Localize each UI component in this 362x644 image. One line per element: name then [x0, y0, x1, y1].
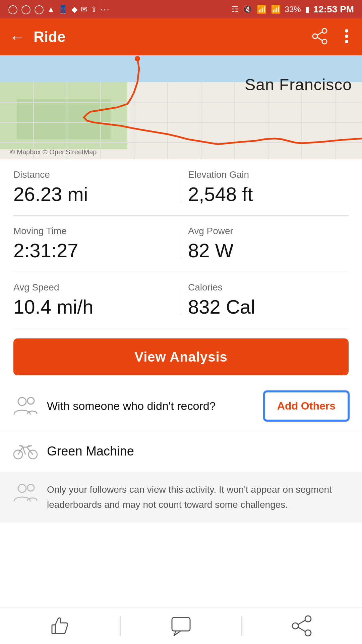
svg-point-6: [345, 35, 348, 38]
bike-section: Green Machine: [0, 430, 362, 472]
share-icon[interactable]: [311, 28, 328, 46]
svg-point-5: [345, 29, 348, 33]
comment-button[interactable]: [121, 607, 241, 644]
stats-row-1: Distance 26.23 mi Elevation Gain 2,548 f…: [13, 159, 349, 216]
stat-divider-3: [181, 285, 181, 315]
battery-icon: ▮: [305, 5, 309, 14]
svg-rect-37: [52, 625, 55, 634]
stat-calories: Calories 832 Cal: [188, 282, 349, 318]
map-attribution: © Mapbox © OpenStreetMap: [10, 148, 97, 156]
svg-point-1: [322, 39, 327, 44]
signal-icon: 📶: [271, 5, 281, 14]
stats-section: Distance 26.23 mi Elevation Gain 2,548 f…: [0, 159, 362, 328]
stats-row-2: Moving Time 2:31:27 Avg Power 82 W: [13, 216, 349, 272]
svg-rect-11: [17, 99, 111, 139]
svg-point-2: [313, 34, 317, 39]
bottom-spacer: [0, 523, 362, 566]
svg-point-7: [345, 40, 348, 43]
moving-time-label: Moving Time: [13, 226, 174, 236]
distance-label: Distance: [13, 169, 174, 180]
stat-avg-speed: Avg Speed 10.4 mi/h: [13, 282, 174, 318]
add-others-button[interactable]: Add Others: [264, 391, 349, 421]
followers-icon: [13, 482, 38, 504]
svg-point-27: [27, 397, 34, 404]
svg-line-4: [317, 37, 322, 41]
battery-percent: 33%: [285, 5, 301, 14]
status-bar: ◯ ◯ ◯ ▲ 👖 ◆ ✉ ⇧ ··· ☶ 🔇 📶 📶 33% ▮ 12:53 …: [0, 0, 362, 18]
ellipsis-icon: ···: [100, 4, 110, 15]
bluetooth-icon: ☶: [231, 5, 239, 14]
facebook-icon-3: ◯: [34, 4, 44, 14]
bag-icon: 👖: [58, 5, 68, 14]
toolbar: ← Ride: [0, 18, 362, 55]
toolbar-actions: [311, 28, 353, 46]
share-button[interactable]: [242, 607, 362, 644]
map-city-label: San Francisco: [245, 75, 352, 94]
stats-row-3: Avg Speed 10.4 mi/h Calories 832 Cal: [13, 272, 349, 328]
like-button[interactable]: [0, 607, 120, 644]
wifi-icon: 📶: [257, 5, 267, 14]
stat-avg-power: Avg Power 82 W: [188, 226, 349, 262]
mute-icon: 🔇: [243, 5, 253, 14]
svg-point-0: [322, 29, 327, 33]
analysis-section: View Analysis: [0, 328, 362, 382]
svg-point-40: [305, 630, 311, 636]
svg-point-36: [27, 484, 34, 491]
bottom-nav: [0, 607, 362, 644]
add-others-prompt: With someone who didn't record?: [47, 398, 255, 414]
arrow-icon: ⇧: [91, 5, 97, 14]
people-icon: [13, 395, 38, 417]
bike-name: Green Machine: [47, 444, 134, 459]
stat-divider-1: [181, 172, 181, 203]
avg-speed-value: 10.4 mi/h: [13, 296, 174, 318]
svg-point-41: [292, 623, 298, 629]
privacy-section: Only your followers can view this activi…: [0, 472, 362, 523]
avg-speed-label: Avg Speed: [13, 282, 174, 293]
svg-line-43: [298, 627, 305, 632]
view-analysis-button[interactable]: View Analysis: [13, 338, 349, 375]
distance-value: 26.23 mi: [13, 183, 174, 205]
avg-power-label: Avg Power: [188, 226, 349, 236]
svg-point-39: [305, 616, 311, 622]
facebook-icon-1: ◯: [8, 4, 18, 14]
svg-point-26: [18, 397, 26, 406]
elevation-label: Elevation Gain: [188, 169, 349, 180]
stat-distance: Distance 26.23 mi: [13, 169, 174, 205]
strava-icon: ✉: [81, 5, 87, 14]
map-area: San Francisco © Mapbox © OpenStreetMap: [0, 55, 362, 159]
moving-time-value: 2:31:27: [13, 239, 174, 262]
status-icons: ◯ ◯ ◯ ▲ 👖 ◆ ✉ ⇧ ···: [8, 4, 110, 15]
svg-line-42: [298, 620, 305, 625]
svg-rect-38: [172, 618, 190, 631]
add-others-section: With someone who didn't record? Add Othe…: [0, 382, 362, 430]
avg-power-value: 82 W: [188, 239, 349, 262]
stat-elevation: Elevation Gain 2,548 ft: [188, 169, 349, 205]
stat-divider-2: [181, 229, 181, 259]
more-icon[interactable]: [341, 28, 353, 46]
status-time: 12:53 PM: [313, 4, 354, 15]
calories-value: 832 Cal: [188, 296, 349, 318]
svg-point-25: [135, 56, 140, 61]
elevation-value: 2,548 ft: [188, 183, 349, 205]
status-right-icons: ☶ 🔇 📶 📶 33% ▮ 12:53 PM: [231, 4, 354, 15]
calories-label: Calories: [188, 282, 349, 293]
stat-moving-time: Moving Time 2:31:27: [13, 226, 174, 262]
svg-line-30: [23, 447, 25, 454]
bike-icon: [13, 441, 38, 461]
shield-icon: ◆: [71, 5, 77, 14]
facebook-icon-2: ◯: [21, 4, 31, 14]
svg-line-3: [317, 32, 322, 35]
triangle-icon: ▲: [47, 5, 55, 14]
back-button[interactable]: ←: [9, 28, 25, 46]
privacy-message: Only your followers can view this activi…: [47, 482, 349, 513]
svg-point-35: [18, 484, 26, 492]
page-title: Ride: [34, 29, 311, 45]
